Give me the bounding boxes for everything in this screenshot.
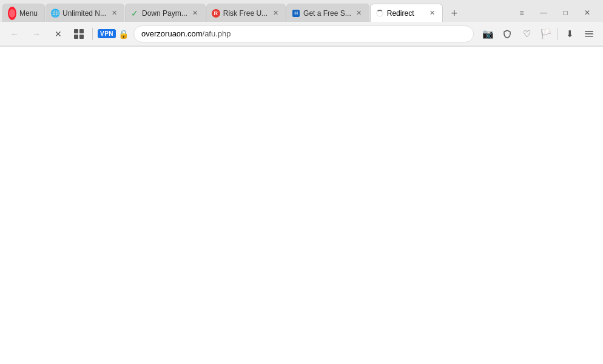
wallet-button[interactable]: 🏳️: [537, 25, 555, 43]
toolbar-separator-1: [92, 28, 93, 40]
tab-grid-button[interactable]: [70, 25, 87, 42]
unlimited-tab-favicon: 🌐: [51, 9, 59, 18]
svg-rect-0: [74, 29, 78, 33]
svg-rect-5: [585, 33, 593, 35]
window-controls: ≡ — □ ✕: [511, 4, 601, 22]
redirect-tab-title: Redirect: [387, 9, 425, 18]
forward-button[interactable]: →: [27, 24, 46, 44]
tab-unlimited[interactable]: 🌐 Unlimited N... ✕: [45, 4, 124, 22]
riskfree-tab-close[interactable]: ✕: [271, 8, 280, 18]
tab-downpayment[interactable]: ✓ Down Paym... ✕: [125, 4, 206, 22]
close-button[interactable]: ✕: [576, 4, 598, 22]
tab-list-button[interactable]: ≡: [511, 4, 533, 22]
toolbar-right: 📷 ♡ 🏳️ ⬇: [479, 25, 598, 43]
heart-button[interactable]: ♡: [517, 25, 536, 43]
page-content: [0, 47, 603, 364]
tab-riskfree[interactable]: R Risk Free U... ✕: [206, 4, 286, 22]
maximize-button[interactable]: □: [554, 4, 576, 22]
tab-getafree[interactable]: H Get a Free S... ✕: [286, 4, 369, 22]
svg-rect-6: [585, 36, 593, 37]
address-path: /afu.php: [203, 29, 231, 38]
new-tab-button[interactable]: +: [446, 5, 463, 22]
svg-rect-4: [585, 31, 593, 32]
camera-button[interactable]: 📷: [479, 25, 497, 43]
shield-button[interactable]: [498, 25, 516, 43]
toolbar: ← → ✕ VPN 🔒 overzoruaon.com/afu.php 📷: [0, 22, 603, 46]
browser-chrome: Menu 🌐 Unlimited N... ✕ ✓ Down Paym... ✕…: [0, 0, 603, 47]
tab-menu[interactable]: Menu: [2, 4, 45, 22]
unlimited-tab-title: Unlimited N...: [62, 9, 106, 18]
address-domain: overzoruaon.com: [141, 29, 202, 38]
svg-rect-3: [79, 35, 84, 39]
menu-tab-label: Menu: [19, 9, 39, 18]
address-bar[interactable]: overzoruaon.com/afu.php: [133, 25, 474, 42]
lock-icon: 🔒: [118, 29, 129, 39]
minimize-button[interactable]: —: [533, 4, 554, 22]
svg-rect-2: [74, 35, 78, 39]
getafree-tab-favicon: H: [292, 9, 300, 18]
vpn-badge[interactable]: VPN: [98, 29, 116, 38]
menu-button[interactable]: [580, 25, 598, 43]
stop-reload-button[interactable]: ✕: [49, 24, 68, 44]
downpayment-tab-title: Down Paym...: [142, 9, 187, 18]
tab-bar: Menu 🌐 Unlimited N... ✕ ✓ Down Paym... ✕…: [0, 0, 603, 22]
download-button[interactable]: ⬇: [561, 25, 579, 43]
tab-redirect[interactable]: Redirect ✕: [370, 4, 443, 22]
downpayment-tab-close[interactable]: ✕: [190, 8, 200, 18]
redirect-tab-favicon: [376, 9, 384, 18]
getafree-tab-close[interactable]: ✕: [354, 8, 364, 18]
toolbar-separator-2: [558, 28, 558, 40]
back-button[interactable]: ←: [5, 24, 24, 44]
svg-rect-1: [79, 29, 84, 33]
redirect-tab-close[interactable]: ✕: [428, 8, 437, 18]
opera-logo-icon: [8, 9, 16, 18]
unlimited-tab-close[interactable]: ✕: [109, 8, 119, 18]
getafree-tab-title: Get a Free S...: [303, 9, 351, 18]
riskfree-tab-title: Risk Free U...: [223, 9, 268, 18]
downpayment-tab-favicon: ✓: [130, 9, 139, 18]
flag-icon: 🏳️: [540, 28, 552, 39]
riskfree-tab-favicon: R: [212, 9, 220, 18]
